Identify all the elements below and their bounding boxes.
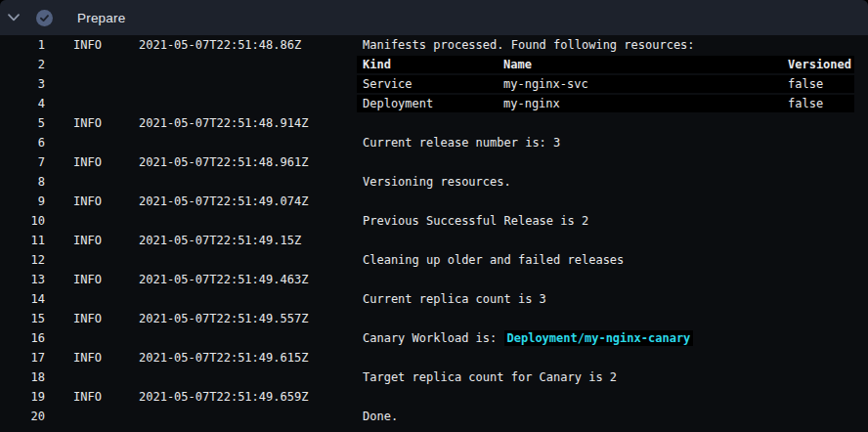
chevron-down-icon[interactable] [8, 14, 20, 22]
line-number[interactable]: 14 [0, 289, 45, 309]
line-number[interactable]: 12 [0, 250, 45, 270]
log-message: Canary Workload is: Deployment/my-nginx-… [363, 328, 854, 348]
log-message: Versioning resources. [363, 172, 854, 192]
log-message: Deploymentmy-nginxfalse [357, 95, 854, 112]
line-number[interactable]: 13 [0, 270, 45, 289]
line-number[interactable]: 8 [0, 172, 45, 192]
log-message: Done. [363, 407, 854, 426]
log-timestamp: 2021-05-07T22:51:49.557Z [139, 309, 363, 328]
log-level [73, 250, 139, 270]
log-timestamp [139, 250, 363, 270]
log-timestamp: 2021-05-07T22:51:49.15Z [139, 231, 363, 250]
log-timestamp: 2021-05-07T22:51:49.659Z [139, 387, 363, 407]
line-number[interactable]: 9 [0, 192, 45, 211]
table-cell-kind: Service [363, 75, 503, 93]
log-level [73, 74, 139, 94]
line-number[interactable]: 15 [0, 309, 45, 328]
log-message [363, 309, 854, 328]
log-row[interactable]: 8Versioning resources. [0, 172, 868, 192]
line-number[interactable]: 4 [0, 94, 45, 113]
line-number[interactable]: 3 [0, 74, 45, 94]
log-timestamp: 2021-05-07T22:51:49.615Z [139, 348, 363, 367]
line-number[interactable]: 20 [0, 407, 45, 426]
line-number[interactable]: 6 [0, 133, 45, 152]
log-row[interactable]: 4Deploymentmy-nginxfalse [0, 94, 868, 113]
log-row[interactable]: 9INFO2021-05-07T22:51:49.074Z [0, 192, 868, 211]
log-row[interactable]: 6Current release number is: 3 [0, 133, 868, 152]
line-number[interactable]: 16 [0, 328, 45, 348]
log-level [73, 328, 139, 348]
log-timestamp [139, 55, 363, 74]
message-text: Canary Workload is: [363, 331, 504, 345]
log-timestamp [139, 211, 363, 231]
log-message [363, 270, 854, 289]
table-cell-versioned: false [788, 95, 854, 112]
log-message: Current release number is: 3 [363, 133, 854, 152]
log-row[interactable]: 7INFO2021-05-07T22:51:48.961Z [0, 152, 868, 172]
line-number[interactable]: 19 [0, 387, 45, 407]
line-number[interactable]: 17 [0, 348, 45, 367]
log-level [73, 289, 139, 309]
log-row[interactable]: 10Previous Successful Release is 2 [0, 211, 868, 231]
log-row[interactable]: 17INFO2021-05-07T22:51:49.615Z [0, 348, 868, 367]
status-success-icon [36, 10, 53, 26]
log-message: Target replica count for Canary is 2 [363, 367, 854, 387]
log-level: INFO [73, 270, 139, 289]
log-timestamp [139, 172, 363, 192]
log-timestamp: 2021-05-07T22:51:49.463Z [139, 270, 363, 289]
log-output: 1INFO2021-05-07T22:51:48.86ZManifests pr… [0, 35, 868, 426]
log-level [73, 407, 139, 426]
log-row[interactable]: 2KindNameVersioned [0, 55, 868, 74]
table-cell-name: my-nginx-svc [503, 75, 788, 93]
log-level: INFO [73, 35, 139, 55]
table-cell-kind: Kind [363, 56, 503, 73]
table-cell-versioned: Versioned [788, 56, 854, 73]
log-row[interactable]: 13INFO2021-05-07T22:51:49.463Z [0, 270, 868, 289]
line-number[interactable]: 7 [0, 152, 45, 172]
log-message: Servicemy-nginx-svcfalse [357, 75, 854, 93]
log-row[interactable]: 5INFO2021-05-07T22:51:48.914Z [0, 113, 868, 133]
log-row[interactable]: 20Done. [0, 407, 868, 426]
line-number[interactable]: 2 [0, 55, 45, 74]
log-row[interactable]: 14Current replica count is 3 [0, 289, 868, 309]
log-level: INFO [73, 231, 139, 250]
table-cell-name: my-nginx [503, 95, 788, 112]
log-row[interactable]: 15INFO2021-05-07T22:51:49.557Z [0, 309, 868, 328]
log-timestamp: 2021-05-07T22:51:49.074Z [139, 192, 363, 211]
log-row[interactable]: 12Cleaning up older and failed releases [0, 250, 868, 270]
log-message: KindNameVersioned [357, 56, 854, 73]
log-level [73, 172, 139, 192]
log-timestamp: 2021-05-07T22:51:48.86Z [139, 35, 363, 55]
line-number[interactable]: 10 [0, 211, 45, 231]
log-row[interactable]: 1INFO2021-05-07T22:51:48.86ZManifests pr… [0, 35, 868, 55]
log-timestamp: 2021-05-07T22:51:48.914Z [139, 113, 363, 133]
log-message [363, 152, 854, 172]
log-row[interactable]: 19INFO2021-05-07T22:51:49.659Z [0, 387, 868, 407]
log-level [73, 55, 139, 74]
log-level [73, 133, 139, 152]
log-level: INFO [73, 192, 139, 211]
table-cell-kind: Deployment [363, 95, 503, 112]
log-message: Previous Successful Release is 2 [363, 211, 854, 231]
table-cell-versioned: false [788, 75, 854, 93]
log-message: Manifests processed. Found following res… [363, 35, 854, 55]
log-row[interactable]: 3Servicemy-nginx-svcfalse [0, 74, 868, 94]
line-number[interactable]: 5 [0, 113, 45, 133]
line-number[interactable]: 1 [0, 35, 45, 55]
step-title: Prepare [77, 11, 125, 25]
log-timestamp [139, 133, 363, 152]
step-header[interactable]: Prepare [0, 0, 868, 35]
log-timestamp [139, 367, 363, 387]
log-level [73, 367, 139, 387]
log-timestamp [139, 94, 363, 113]
log-message [363, 231, 854, 250]
line-number[interactable]: 18 [0, 367, 45, 387]
log-row[interactable]: 11INFO2021-05-07T22:51:49.15Z [0, 231, 868, 250]
log-level: INFO [73, 113, 139, 133]
line-number[interactable]: 11 [0, 231, 45, 250]
log-row[interactable]: 16Canary Workload is: Deployment/my-ngin… [0, 328, 868, 348]
log-row[interactable]: 18Target replica count for Canary is 2 [0, 367, 868, 387]
pipeline-step-log-panel: Prepare 1INFO2021-05-07T22:51:48.86ZMani… [0, 0, 868, 432]
canary-workload-link[interactable]: Deployment/my-nginx-canary [504, 330, 694, 346]
log-timestamp [139, 328, 363, 348]
